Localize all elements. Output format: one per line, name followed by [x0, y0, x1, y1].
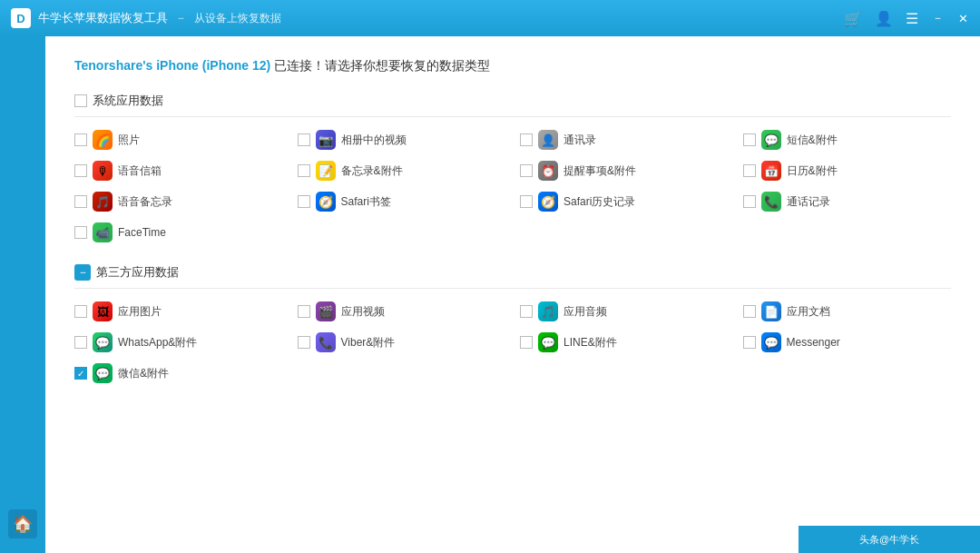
list-item[interactable]: 💬Messenger	[743, 332, 952, 352]
checkbox-voice-memo[interactable]	[74, 164, 87, 177]
list-item[interactable]: 💬短信&附件	[743, 130, 952, 150]
checkbox-contacts[interactable]	[520, 133, 533, 146]
list-item[interactable]: 🎙语音信箱	[74, 161, 283, 181]
checkbox-facetime[interactable]	[74, 226, 87, 239]
list-item[interactable]: 💬WhatsApp&附件	[74, 332, 283, 352]
checkbox-notes[interactable]	[298, 164, 310, 177]
contacts-icon: 👤	[538, 130, 558, 150]
list-item[interactable]: 📞Viber&附件	[298, 332, 506, 352]
window-controls: 🛒 👤 ☰ － ✕	[844, 10, 969, 27]
checkbox-safari-hist[interactable]	[520, 195, 533, 208]
checkbox-album-video[interactable]	[298, 133, 310, 146]
checkbox-messenger[interactable]	[743, 336, 756, 349]
checkbox-messages[interactable]	[743, 133, 756, 146]
photos-icon: 🌈	[93, 130, 113, 150]
call-label: 通话记录	[787, 194, 830, 210]
app-video-icon: 🎬	[316, 301, 336, 321]
checkbox-app-video[interactable]	[298, 305, 310, 318]
calendar-label: 日历&附件	[787, 163, 838, 179]
contacts-label: 通讯录	[564, 133, 596, 148]
wechat-icon: 💬	[93, 363, 113, 383]
checkbox-app-audio[interactable]	[520, 305, 533, 318]
wechat-label: 微信&附件	[118, 366, 169, 381]
list-item[interactable]: 🎬应用视频	[298, 301, 506, 321]
checkbox-line[interactable]	[520, 336, 533, 349]
app-doc-icon: 📄	[761, 301, 781, 321]
list-item[interactable]: 🧭Safari书签	[298, 192, 506, 212]
checkbox-call[interactable]	[743, 195, 756, 208]
reminders-icon: ⏰	[538, 161, 558, 181]
checkbox-voice-note[interactable]	[74, 195, 87, 208]
notes-icon: 📝	[316, 161, 336, 181]
checkbox-safari-bm[interactable]	[298, 195, 310, 208]
list-item[interactable]: 📝备忘录&附件	[298, 161, 506, 181]
safari-bm-label: Safari书签	[341, 194, 391, 210]
list-item[interactable]: 🖼应用图片	[74, 301, 283, 321]
list-item[interactable]: 🎵语音备忘录	[74, 192, 283, 212]
list-item[interactable]: 🌈照片	[74, 130, 283, 150]
watermark-bar: 头条@牛学长	[799, 526, 980, 553]
app-title: 牛学长苹果数据恢复工具	[38, 10, 168, 26]
cart-icon[interactable]: 🛒	[844, 10, 862, 27]
system-items-grid: 🌈照片📷相册中的视频👤通讯录💬短信&附件🎙语音信箱📝备忘录&附件⏰提醒事项&附件…	[74, 130, 951, 242]
list-item[interactable]: 📄应用文档	[743, 301, 952, 321]
calendar-icon: 📅	[761, 161, 781, 181]
app-photo-label: 应用图片	[118, 304, 162, 320]
list-item[interactable]: 💬微信&附件	[74, 363, 283, 383]
voice-note-icon: 🎵	[93, 192, 113, 212]
app-photo-icon: 🖼	[93, 301, 113, 321]
system-section-header: 系统应用数据	[74, 93, 951, 117]
messages-icon: 💬	[761, 130, 781, 150]
close-button[interactable]: ✕	[956, 12, 969, 25]
photos-label: 照片	[118, 133, 140, 148]
checkbox-whatsapp[interactable]	[74, 336, 87, 349]
user-icon[interactable]: 👤	[875, 10, 893, 27]
checkbox-photos[interactable]	[74, 133, 87, 146]
third-party-section-header: － 第三方应用数据	[74, 264, 951, 289]
app-doc-label: 应用文档	[787, 304, 830, 320]
system-section-checkbox[interactable]	[74, 94, 87, 107]
safari-hist-label: Safari历史记录	[564, 194, 635, 210]
watermark-text: 头条@牛学长	[859, 533, 919, 547]
album-video-icon: 📷	[316, 130, 336, 150]
album-video-label: 相册中的视频	[341, 133, 407, 148]
header-text: 已连接！请选择你想要恢复的数据类型	[274, 58, 490, 73]
voice-memo-icon: 🎙	[93, 161, 113, 181]
list-item[interactable]: 📹FaceTime	[74, 222, 283, 242]
minimize-button[interactable]: －	[931, 12, 944, 25]
device-name: Tenorshare's iPhone (iPhone 12)	[74, 58, 270, 73]
home-button[interactable]: 🏠	[8, 509, 37, 538]
facetime-icon: 📹	[93, 222, 113, 242]
list-item[interactable]: 📷相册中的视频	[298, 130, 506, 150]
viber-icon: 📞	[316, 332, 336, 352]
app-logo: D	[11, 8, 31, 28]
list-item[interactable]: 📞通话记录	[743, 192, 952, 212]
title-bar: D 牛学长苹果数据恢复工具 － 从设备上恢复数据 🛒 👤 ☰ － ✕	[0, 0, 980, 36]
sidebar: 🏠	[0, 36, 45, 553]
list-item[interactable]: 🎵应用音频	[520, 301, 729, 321]
checkbox-reminders[interactable]	[520, 164, 533, 177]
voice-note-label: 语音备忘录	[118, 194, 172, 210]
checkbox-calendar[interactable]	[743, 164, 756, 177]
whatsapp-label: WhatsApp&附件	[118, 335, 197, 351]
list-item[interactable]: 🧭Safari历史记录	[520, 192, 729, 212]
list-item[interactable]: 📅日历&附件	[743, 161, 952, 181]
page-header: Tenorshare's iPhone (iPhone 12) 已连接！请选择你…	[74, 58, 951, 74]
facetime-label: FaceTime	[118, 226, 166, 239]
list-item[interactable]: 💬LINE&附件	[520, 332, 729, 352]
checkbox-wechat[interactable]	[74, 367, 87, 380]
third-party-section-title: 第三方应用数据	[96, 264, 179, 281]
checkbox-app-photo[interactable]	[74, 305, 87, 318]
list-item[interactable]: ⏰提醒事项&附件	[520, 161, 729, 181]
title-separator: －	[175, 10, 187, 26]
notes-label: 备忘录&附件	[341, 163, 403, 179]
safari-hist-icon: 🧭	[538, 192, 558, 212]
list-item[interactable]: 👤通讯录	[520, 130, 729, 150]
call-icon: 📞	[761, 192, 781, 212]
third-party-toggle[interactable]: －	[74, 264, 91, 281]
checkbox-viber[interactable]	[298, 336, 310, 349]
checkbox-app-doc[interactable]	[743, 305, 756, 318]
line-icon: 💬	[538, 332, 558, 352]
app-video-label: 应用视频	[341, 304, 385, 320]
menu-icon[interactable]: ☰	[906, 10, 918, 27]
